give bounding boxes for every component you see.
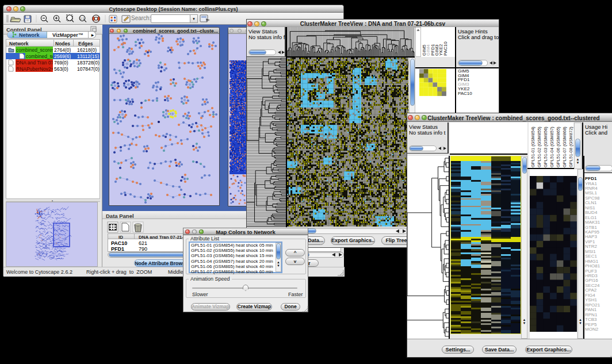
svg-text:GPL51-07 (GSM868): GPL51-07 (GSM868)	[562, 127, 567, 167]
svg-text:GPL51-02 (GSM855): GPL51-02 (GSM855)	[537, 127, 542, 167]
svg-text:PAC10: PAC10	[443, 41, 448, 56]
svg-text:GPL51-03 (GSM856): GPL51-03 (GSM856)	[543, 127, 548, 167]
svg-text:GPL51-04 (GSM857): GPL51-04 (GSM857)	[549, 127, 554, 167]
svg-text:GPL51-06 (GSM865): GPL51-06 (GSM865)	[556, 127, 561, 167]
svg-text:GPL51-01 (GSM854): GPL51-01 (GSM854)	[530, 127, 536, 167]
svg-text:GPL51-08 (GSM872): GPL51-08 (GSM872)	[568, 127, 573, 167]
svg-text:1:1: 1:1	[81, 17, 85, 20]
